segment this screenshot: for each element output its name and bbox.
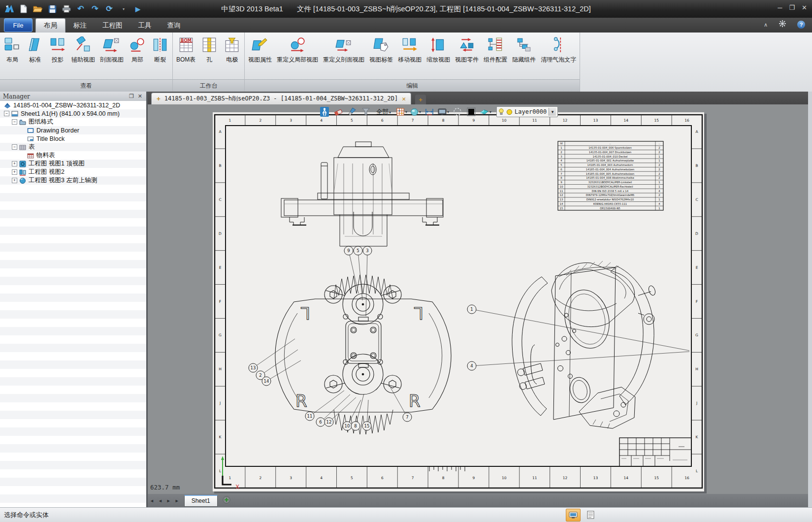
first-sheet-icon[interactable]: ◄ (150, 498, 154, 503)
auxiliary-view-button[interactable]: 辅助视图 (69, 34, 97, 66)
display-mode-icon[interactable]: ▾ (438, 106, 449, 117)
hole-table-button[interactable]: 孔 (198, 34, 221, 66)
tab-drawing[interactable]: 工程图 (95, 19, 130, 33)
tree-item-3[interactable]: Drawing Border (0, 126, 146, 134)
component-config-button[interactable]: 组件配置 (481, 34, 510, 66)
layer-selector[interactable]: Layer0000 ▾ (496, 106, 558, 117)
walkthrough-icon[interactable] (319, 106, 330, 117)
dimension-mode-icon[interactable] (424, 106, 435, 117)
tree-item-2[interactable]: −图纸格式 (0, 118, 146, 126)
document-tab-close-icon[interactable]: ✕ (402, 95, 406, 102)
redefine-section-view-button[interactable]: 重定义剖面视图 (321, 34, 367, 66)
tree-item-1[interactable]: −Sheet1 A1(H) (841.00 x 594.00 mm) (0, 109, 146, 118)
projection-button[interactable]: 投影 (46, 34, 69, 66)
svg-text:2: 2 (658, 168, 660, 171)
svg-text:DIN EN ISO 2338 5 m6 x 14: DIN EN ISO 2338 5 m6 x 14 (592, 190, 629, 193)
prev-sheet-icon[interactable]: ◄ (158, 498, 162, 503)
sphere-display-icon[interactable]: ▾ (410, 106, 421, 117)
tab-layout[interactable]: 布局 (35, 18, 65, 33)
view-attributes-button[interactable]: 视图属性 (246, 34, 274, 66)
section-view-button[interactable]: 剖面视图 (97, 34, 126, 66)
close-button[interactable]: ✕ (802, 4, 807, 11)
balloon-number: 11 (307, 414, 313, 419)
bom-table[interactable]: Id....114135-01-004_006 Spannbolzen22141… (558, 141, 663, 210)
layer-name: Layer0000 (515, 108, 547, 115)
layout-button[interactable]: 布局 (1, 34, 24, 66)
svg-text:5: 5 (351, 476, 353, 480)
next-sheet-icon[interactable]: ► (166, 498, 171, 503)
coordinate-readout: 623.7 mm (150, 484, 180, 491)
filter-all-dropdown[interactable]: 全部▾ (374, 108, 393, 116)
detail-view-button[interactable]: 局部 (126, 34, 149, 66)
add-sheet-icon[interactable] (223, 496, 230, 506)
tree-item-9[interactable]: +工程图 视图3 左前上轴测 (0, 176, 146, 185)
layer-dropdown-icon[interactable]: ▾ (549, 108, 556, 116)
filter-icon[interactable] (360, 106, 371, 117)
grid-snap-icon[interactable]: ▾ (396, 106, 407, 117)
shade-mode-icon[interactable]: ▾ (480, 106, 491, 117)
tree-item-4[interactable]: Title Block (0, 134, 146, 143)
tab-pin-icon[interactable]: + (157, 95, 161, 102)
ribbon-collapse-icon[interactable]: ∧ (764, 22, 768, 28)
balloon-number: 6 (319, 420, 322, 424)
svg-text:32326311BODYCALIPER-Linksteil: 32326311BODYCALIPER-Linksteil (588, 181, 632, 184)
view-label-button[interactable]: 视图标签 (367, 34, 395, 66)
brush-icon[interactable] (347, 106, 357, 117)
balloon-number: 15 (364, 424, 370, 428)
standard-view-button[interactable]: 标准 (24, 34, 46, 66)
broken-view-button[interactable]: 断裂 (149, 34, 171, 66)
collapse-icon[interactable]: − (12, 119, 17, 125)
settings-gear-icon[interactable] (779, 20, 786, 30)
manager-float-icon[interactable]: ❐ (129, 93, 134, 99)
svg-text:3: 3 (560, 155, 562, 158)
new-document-tab-button[interactable]: + (415, 95, 426, 104)
color-swatch[interactable] (466, 106, 477, 117)
tab-tools[interactable]: 工具 (130, 19, 160, 33)
svg-text:L: L (414, 303, 423, 323)
collapse-icon[interactable]: − (4, 111, 9, 116)
expand-icon[interactable]: + (12, 161, 17, 166)
tree-item-8[interactable]: +工程图 视图2 (0, 168, 146, 176)
view-part-button[interactable]: 视图零件 (453, 34, 481, 66)
output-list-icon[interactable] (584, 509, 597, 521)
tree-item-0[interactable]: 14185-01-004_ZSBW~326311-312_2D (0, 101, 146, 109)
sheet-tab[interactable]: Sheet1 (184, 495, 218, 507)
electrode-button[interactable]: 电极 (221, 34, 243, 66)
maximize-button[interactable]: ❐ (789, 4, 795, 11)
clean-balloon-text-button[interactable]: 清理气泡文字 (538, 34, 579, 66)
svg-text:14: 14 (624, 118, 629, 123)
expand-icon[interactable]: + (12, 169, 17, 175)
svg-text:7: 7 (560, 172, 562, 175)
help-icon[interactable]: ? (797, 21, 805, 29)
drawing-canvas[interactable]: 1122334455667788991010111112121313141415… (148, 104, 812, 494)
bom-table-button[interactable]: BOM BOM表 (174, 34, 198, 66)
manager-header: Manager ❐ ✕ (0, 92, 146, 101)
last-sheet-icon[interactable]: ► (175, 498, 179, 503)
tab-annotation[interactable]: 标注 (65, 19, 95, 33)
svg-text:2: 2 (560, 151, 562, 154)
svg-text:C: C (695, 197, 698, 202)
redefine-detail-view-button[interactable]: 重定义局部视图 (274, 34, 321, 66)
document-tab[interactable]: + 14185-01-003_ZSBS~h削seOP20.Z3 - [14185… (151, 93, 411, 104)
pick-region-icon[interactable] (452, 106, 463, 117)
minimize-button[interactable]: ─ (778, 4, 782, 11)
ribbon-group-workbench: BOM BOM表 孔 电极 工作台 (173, 33, 245, 92)
expand-icon[interactable]: + (12, 178, 17, 183)
manager-close-icon[interactable]: ✕ (138, 93, 142, 99)
move-view-button[interactable]: 移动视图 (395, 34, 424, 66)
collapse-icon[interactable]: − (12, 144, 17, 150)
eraser-icon[interactable] (333, 106, 344, 117)
document-tab-bar: + 14185-01-003_ZSBS~h削seOP20.Z3 - [14185… (148, 92, 812, 104)
display-toggle-icon[interactable] (566, 509, 581, 522)
tree-item-5[interactable]: −表 (0, 143, 146, 151)
file-menu-button[interactable]: File (4, 18, 32, 32)
svg-text:1: 1 (658, 198, 660, 201)
tree-item-6[interactable]: 物料表 (0, 151, 146, 160)
ribbon-group-label-view: 查看 (0, 79, 172, 92)
hide-component-button[interactable]: 隐藏组件 (510, 34, 538, 66)
scale-view-button[interactable]: 缩放视图 (424, 34, 453, 66)
tree-item-7[interactable]: +工程图 视图1 顶视图 (0, 160, 146, 168)
tab-inquire[interactable]: 查询 (160, 19, 189, 33)
manager-tree: 14185-01-004_ZSBW~326311-312_2D−Sheet1 A… (0, 101, 146, 507)
tree-item-label: Title Block (36, 135, 65, 142)
